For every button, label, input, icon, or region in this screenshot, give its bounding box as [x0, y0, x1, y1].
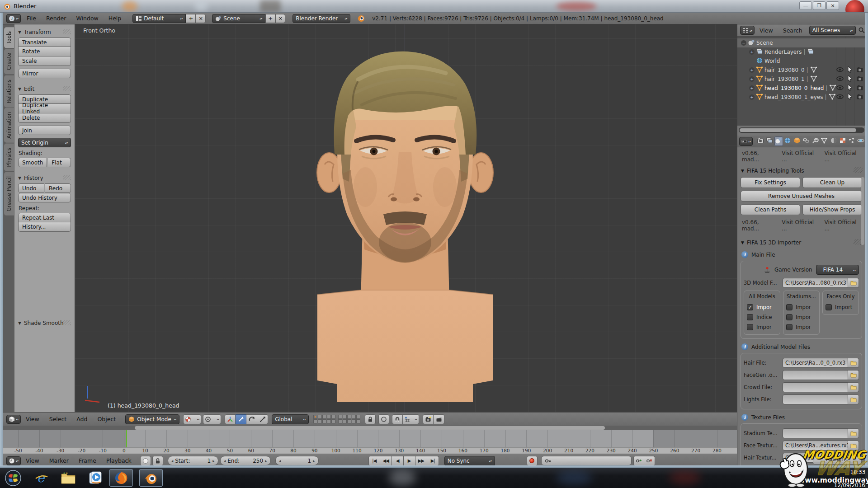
play-button[interactable]: ▶ [404, 456, 415, 466]
layer-cell[interactable] [327, 419, 331, 423]
end-frame-field[interactable]: ◂ End: 250 ▸ [220, 456, 271, 465]
render-animation-button[interactable] [434, 414, 444, 424]
mode-dropdown[interactable]: Object Mode▴▾ [125, 414, 179, 424]
timeline-ruler[interactable]: -50-40-30-20-100102030405060708090100110… [3, 447, 737, 454]
importer-panel-header[interactable]: ▼ FIFA 15 3D Importer [737, 236, 865, 248]
snap-toggle-button[interactable] [392, 414, 403, 424]
expander-icon[interactable]: + [749, 67, 755, 73]
pivot-point-dropdown[interactable]: ▴▾ [203, 414, 221, 424]
layer-cell[interactable] [356, 415, 360, 419]
browse-file-button[interactable] [848, 382, 859, 392]
official-link[interactable]: Visit Official ... [825, 150, 861, 163]
layer-cell[interactable] [356, 419, 360, 423]
timeline-menu-view[interactable]: View [21, 457, 44, 464]
timeline-menu-frame[interactable]: Frame [74, 457, 101, 464]
timeline-editor-type-button[interactable]: ▴▾ [6, 456, 21, 465]
rotate-manipulator-button[interactable] [246, 414, 257, 424]
layer-cell[interactable] [322, 415, 326, 419]
tool-tab-tools[interactable]: Tools [4, 27, 14, 48]
set-origin-dropdown[interactable]: Set Origin▴▾ [18, 138, 71, 147]
increment-arrow-icon[interactable]: ▸ [212, 459, 215, 463]
properties-context-dropdown[interactable]: ▴▾ [739, 137, 753, 146]
transform-panel-header[interactable]: ▼Transform [18, 29, 71, 35]
redo-button[interactable]: Redo [45, 183, 71, 193]
tool-tab-animation[interactable]: Animation [4, 108, 14, 143]
insert-keyframe-button[interactable] [633, 456, 644, 466]
increment-arrow-icon[interactable]: ▸ [265, 459, 267, 463]
close-button[interactable]: × [826, 1, 839, 10]
assign-button[interactable]: Assign... [813, 454, 862, 465]
3d-viewport[interactable]: Front Ortho (1) head_193080_0_head [75, 24, 737, 412]
search-icon[interactable] [858, 27, 865, 34]
translate-manipulator-button[interactable] [236, 414, 246, 424]
viewport-menu-object[interactable]: Object [92, 416, 121, 422]
helping-tools-panel-header[interactable]: ▼ FIFA 15 Helping Tools [737, 164, 865, 176]
start-frame-field[interactable]: ◂ Start: 1 ▸ [168, 456, 218, 465]
scale-manipulator-button[interactable] [257, 414, 268, 424]
infobar-menu-window[interactable]: Window [71, 15, 103, 22]
properties-tab-world[interactable] [783, 136, 792, 146]
add-layout-button[interactable]: + [186, 14, 196, 23]
timeline-scroll-handle[interactable] [135, 426, 604, 430]
tools-remove-unused-meshes-button[interactable]: Remove Unused Meshes [741, 191, 862, 202]
import-checkbox-row[interactable]: Impor [786, 302, 816, 312]
visibility-eye-icon[interactable] [836, 66, 844, 75]
import-checkbox-row[interactable]: Impor [747, 322, 777, 332]
properties-tab-constraints[interactable] [802, 136, 810, 146]
layer-cell[interactable] [327, 415, 331, 419]
mirror-button[interactable]: Mirror [18, 69, 71, 78]
layer-cell[interactable] [352, 419, 356, 423]
shade-smooth-panel-header[interactable]: ▼ Shade Smooth [18, 320, 71, 326]
viewport-menu-select[interactable]: Select [44, 416, 72, 422]
edit-panel-header[interactable]: ▼Edit [18, 86, 71, 92]
infobar-menu-render[interactable]: Render [41, 15, 71, 22]
next-keyframe-button[interactable]: ▶▶ [415, 456, 427, 466]
tool-tab-grease-pencil[interactable]: Grease Pencil [4, 172, 14, 216]
layer-cell[interactable] [347, 419, 351, 423]
transform-translate-button[interactable]: Translate [18, 38, 71, 47]
expander-icon[interactable]: − [741, 40, 746, 46]
snap-element-dropdown[interactable]: ▴▾ [403, 414, 419, 424]
layer-cell[interactable] [331, 419, 335, 423]
timeline-menu-marker[interactable]: Marker [44, 457, 74, 464]
tool-tab-create[interactable]: Create [4, 49, 14, 74]
decrement-arrow-icon[interactable]: ◂ [171, 459, 174, 463]
viewport-menu-add[interactable]: Add [71, 416, 92, 422]
checkbox[interactable] [786, 324, 793, 330]
scene-dropdown[interactable]: Scene▴▾ [212, 14, 265, 23]
outliner-display-dropdown[interactable]: All Scenes▴▾ [809, 26, 856, 35]
layer-cell[interactable] [343, 419, 347, 423]
blender-taskbar-button[interactable] [139, 469, 163, 487]
viewport-editor-type-button[interactable]: ▴▾ [6, 415, 21, 424]
decrement-arrow-icon[interactable]: ◂ [279, 459, 281, 463]
outliner-scrollbar[interactable] [739, 127, 864, 133]
lock-time-button[interactable] [152, 456, 163, 466]
keying-set-field[interactable] [541, 456, 632, 465]
viewport-shading-dropdown[interactable]: ▴▾ [183, 414, 201, 424]
maximize-button[interactable]: ❐ [813, 1, 826, 10]
browse-file-button[interactable] [848, 358, 859, 368]
browse-file-button[interactable] [848, 370, 859, 380]
properties-tab-render[interactable] [756, 136, 764, 146]
timeline-scrollbar[interactable] [3, 426, 737, 430]
tool-tab-relations[interactable]: Relations [4, 75, 14, 108]
history-panel-header[interactable]: ▼History [18, 175, 71, 181]
visibility-eye-icon[interactable] [836, 93, 844, 102]
checkbox[interactable] [786, 314, 793, 320]
undo-history-button[interactable]: Undo History [18, 193, 71, 202]
properties-scrollbar[interactable] [861, 177, 864, 245]
layer-cell[interactable] [352, 415, 356, 419]
show-desktop-button[interactable] [865, 468, 868, 488]
edit-duplicate-linked-button[interactable]: Duplicate Linked [18, 104, 71, 113]
checkbox[interactable] [786, 304, 793, 310]
firefox-taskbar-button[interactable] [109, 469, 133, 487]
file-path-input[interactable] [783, 394, 848, 404]
renderability-camera-icon[interactable] [856, 75, 863, 84]
manipulator-axes-button[interactable] [225, 414, 236, 424]
expander-icon[interactable]: + [749, 85, 755, 91]
selectability-cursor-icon[interactable] [846, 93, 854, 102]
properties-tab-modifiers[interactable] [811, 136, 820, 146]
browse-file-button[interactable] [848, 428, 859, 438]
checkbox[interactable] [747, 314, 753, 320]
properties-tab-physics[interactable] [857, 136, 865, 146]
